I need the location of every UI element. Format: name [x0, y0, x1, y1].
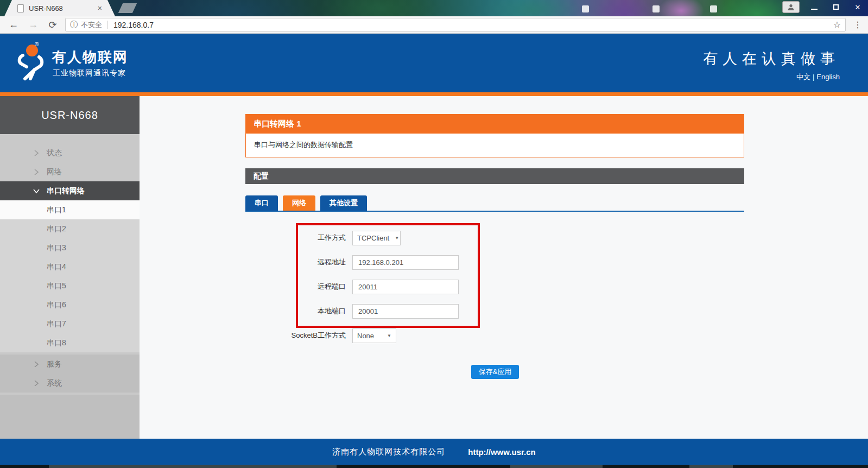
- form-row-local-port: 本地端口: [245, 303, 459, 319]
- sidebar-item-serial1[interactable]: 串口1: [0, 200, 140, 219]
- sidebar-item-label: 服务: [47, 359, 62, 369]
- dropdown-arrow-icon: ▼: [395, 236, 399, 241]
- chevron-right-icon: [33, 149, 40, 157]
- save-apply-button[interactable]: 保存&应用: [471, 365, 519, 379]
- chevron-right-icon: [33, 380, 40, 387]
- section-title: 配置: [245, 168, 744, 184]
- info-icon[interactable]: ⓘ: [70, 20, 78, 30]
- sidebar-item-status[interactable]: 状态: [0, 143, 140, 162]
- taskbar-segment: [510, 465, 603, 468]
- chevron-down-icon: [33, 187, 40, 195]
- sidebar-item-label: 串口1: [47, 205, 66, 215]
- sidebar-item-serial3[interactable]: 串口3: [0, 238, 140, 257]
- dropdown-arrow-icon: ▼: [387, 333, 391, 338]
- desktop-edge: [0, 465, 868, 468]
- work-mode-select[interactable]: TCPClient ▼: [352, 231, 401, 245]
- taskbar-segment: [689, 465, 733, 468]
- page-title: 串口转网络 1: [245, 114, 744, 134]
- security-label: 不安全: [81, 20, 102, 30]
- registered-mark: ®: [35, 41, 39, 47]
- sidebar-item-label: 状态: [47, 148, 62, 158]
- network-form: 工作方式 TCPClient ▼ 远程地址 远程端口 本地端口 SocketB工…: [245, 230, 459, 352]
- tab-serial[interactable]: 串口: [245, 195, 278, 211]
- usr-logo: [14, 43, 49, 83]
- taskbar-segment: [49, 465, 337, 468]
- browser-toolbar: ← → ⟳ ⓘ 不安全 192.168.0.7 ☆ ⋮: [0, 16, 868, 34]
- minimize-icon: [811, 9, 818, 10]
- tab-close-icon[interactable]: ×: [98, 4, 102, 12]
- sidebar-item-system[interactable]: 系统: [0, 374, 140, 393]
- form-row-remote-port: 远程端口: [245, 279, 459, 294]
- sidebar-item-label: 串口2: [47, 224, 66, 234]
- tab-other-settings[interactable]: 其他设置: [320, 195, 367, 211]
- restore-icon: [833, 4, 839, 10]
- socketb-mode-value: None: [357, 332, 374, 340]
- sidebar-item-label: 网络: [47, 167, 62, 177]
- sidebar-item-label: 串口6: [47, 300, 66, 310]
- address-bar[interactable]: ⓘ 不安全 192.168.0.7 ☆: [65, 18, 846, 31]
- sidebar-item-label: 串口5: [47, 281, 66, 291]
- sidebar-item-services[interactable]: 服务: [0, 355, 140, 374]
- tab-underline: [245, 211, 744, 212]
- divider: [107, 21, 108, 29]
- page-favicon-icon: [17, 4, 24, 12]
- sidebar-item-serial6[interactable]: 串口6: [0, 295, 140, 314]
- brand-subtitle: 工业物联网通讯专家: [53, 68, 126, 78]
- profile-button[interactable]: [782, 1, 800, 13]
- page-description: 串口与网络之间的数据传输配置: [245, 134, 744, 157]
- chevron-right-icon: [33, 168, 40, 176]
- bookmark-star-icon[interactable]: ☆: [833, 20, 841, 30]
- company-website-link[interactable]: http://www.usr.cn: [468, 447, 535, 457]
- device-name: USR-N668: [0, 96, 140, 134]
- lang-zh-link[interactable]: 中文: [796, 73, 810, 81]
- lang-en-link[interactable]: English: [816, 73, 840, 81]
- close-button[interactable]: ✕: [851, 2, 865, 12]
- sidebar-item-serial-to-network[interactable]: 串口转网络: [0, 181, 140, 200]
- lang-separator: |: [813, 73, 814, 81]
- sidebar-item-label: 串口转网络: [47, 186, 85, 196]
- browser-tab[interactable]: USR-N668 ×: [4, 0, 115, 16]
- back-icon[interactable]: ←: [8, 19, 20, 30]
- sidebar-item-serial7[interactable]: 串口7: [0, 314, 140, 333]
- browser-menu-icon[interactable]: ⋮: [853, 20, 862, 30]
- sidebar-item-serial5[interactable]: 串口5: [0, 276, 140, 295]
- minimize-button[interactable]: [807, 2, 821, 12]
- sidebar-item-label: 串口3: [47, 243, 66, 253]
- refresh-icon[interactable]: ⟳: [47, 19, 59, 31]
- new-tab-button[interactable]: [118, 3, 137, 13]
- forward-icon[interactable]: →: [27, 19, 39, 30]
- language-switch: 中文|English: [794, 72, 840, 82]
- remote-address-input[interactable]: [352, 255, 459, 270]
- work-mode-label: 工作方式: [245, 233, 346, 243]
- screen: USR-N668 × ✕ ← → ⟳ ⓘ 不安全 192.168.0.7 ☆: [0, 0, 868, 468]
- local-port-label: 本地端口: [245, 306, 346, 316]
- company-name: 济南有人物联网技术有限公司: [332, 447, 445, 457]
- accent-divider: [0, 92, 868, 96]
- main-content: 串口转网络 1 串口与网络之间的数据传输配置 配置 串口 网络 其他设置 工作方…: [140, 96, 868, 439]
- sidebar-item-serial4[interactable]: 串口4: [0, 257, 140, 276]
- form-row-work-mode: 工作方式 TCPClient ▼: [245, 230, 459, 245]
- restore-button[interactable]: [829, 2, 843, 12]
- sidebar-item-serial2[interactable]: 串口2: [0, 219, 140, 238]
- remote-port-label: 远程端口: [245, 282, 346, 292]
- sidebar-item-label: 串口4: [47, 262, 66, 272]
- chevron-right-icon: [33, 361, 40, 368]
- sidebar-item-network[interactable]: 网络: [0, 162, 140, 181]
- url-text[interactable]: 192.168.0.7: [113, 21, 833, 29]
- tab-title: USR-N668: [29, 4, 93, 12]
- desktop-icon: [582, 5, 589, 12]
- slogan: 有人在认真做事: [703, 49, 840, 68]
- socketb-mode-select[interactable]: None ▼: [352, 328, 396, 343]
- sidebar-item-serial8[interactable]: 串口8: [0, 333, 140, 352]
- form-row-socketb-mode: SocketB工作方式 None ▼: [245, 328, 459, 343]
- work-mode-value: TCPClient: [357, 234, 389, 242]
- tab-network[interactable]: 网络: [283, 195, 315, 211]
- desktop-icon: [710, 5, 717, 12]
- sidebar-item-label: 串口7: [47, 319, 66, 329]
- sidebar-item-label: 系统: [47, 378, 62, 388]
- sidebar-filler: [0, 395, 140, 439]
- local-port-input[interactable]: [352, 304, 459, 319]
- site-header: ® 有人物联网 工业物联网通讯专家 有人在认真做事 中文|English: [0, 34, 868, 92]
- browser-titlebar: USR-N668 × ✕: [0, 0, 868, 16]
- remote-port-input[interactable]: [352, 280, 459, 294]
